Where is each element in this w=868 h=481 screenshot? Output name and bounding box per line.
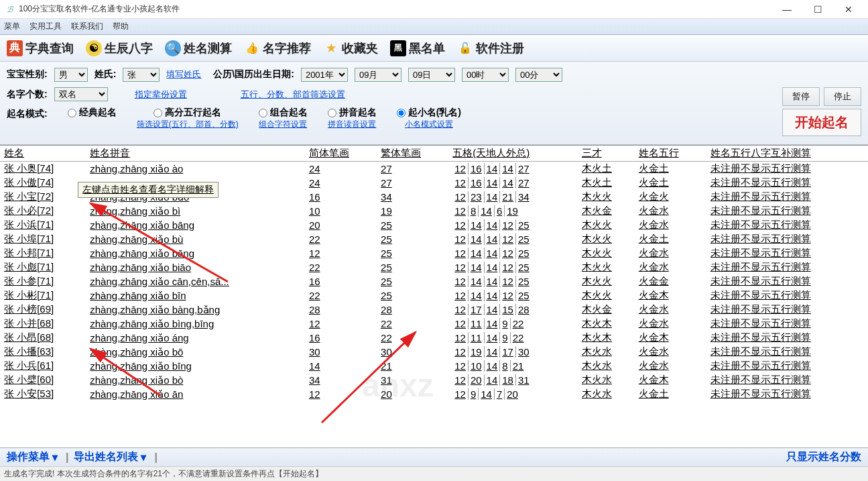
col-simp[interactable]: 简体笔画 bbox=[305, 146, 377, 162]
col-wuge[interactable]: 五格(天地人外总) bbox=[448, 146, 578, 162]
thumb-icon: 👍 bbox=[244, 40, 260, 56]
table-row[interactable]: 张 小檗[60]zhàng,zhāng xiǎo bò3431122014183… bbox=[0, 373, 868, 387]
cell-name[interactable]: 张 小傲[74] bbox=[0, 176, 86, 190]
minute-select[interactable]: 00分 bbox=[515, 68, 562, 82]
cell-name[interactable]: 张 小奥[74] bbox=[0, 162, 86, 176]
cell-name[interactable]: 张 小宝[72] bbox=[0, 190, 86, 204]
cell-name[interactable]: 张 小浜[71] bbox=[0, 218, 86, 232]
cell-name[interactable]: 张 小参[71] bbox=[0, 274, 86, 288]
gender-select[interactable]: 男 bbox=[54, 68, 88, 82]
tool-reg[interactable]: 🔓软件注册 bbox=[457, 40, 524, 56]
action-buttons: 暂停 停止 开始起名 bbox=[782, 87, 861, 136]
cell-name[interactable]: 张 小安[53] bbox=[0, 387, 86, 401]
tool-bazi[interactable]: ☯生辰八字 bbox=[86, 40, 153, 56]
col-pinyin[interactable]: 姓名拼音 bbox=[86, 146, 305, 162]
count-label: 名字个数: bbox=[7, 89, 48, 101]
table-row[interactable]: 张 小安[53]zhàng,zhāng xiǎo ān122012914720木… bbox=[0, 387, 868, 401]
cell-name[interactable]: 张 小彬[71] bbox=[0, 288, 86, 303]
cell-name[interactable]: 张 小必[72] bbox=[0, 204, 86, 218]
cell-name[interactable]: 张 小檗[60] bbox=[0, 373, 86, 387]
bei-link[interactable]: 指定辈份设置 bbox=[135, 89, 187, 101]
table-row[interactable]: 张 小昂[68]zhàng,zhāng xiǎo áng162212111492… bbox=[0, 331, 868, 345]
col-sancai[interactable]: 三才 bbox=[578, 146, 635, 162]
cell-pinyin: zhàng,zhāng xiǎo bàng,bǎng bbox=[86, 303, 305, 317]
day-select[interactable]: 09日 bbox=[408, 68, 455, 82]
table-row[interactable]: 张 小邦[71]zhàng,zhāng xiǎo bāng12251214141… bbox=[0, 246, 868, 260]
mode-nick[interactable]: 起小名(乳名) bbox=[397, 107, 461, 119]
menu-tools[interactable]: 实用工具 bbox=[29, 21, 62, 32]
cell-simp: 12 bbox=[305, 246, 377, 260]
menu-main[interactable]: 菜单 bbox=[4, 21, 20, 32]
month-select[interactable]: 09月 bbox=[355, 68, 401, 82]
surname-edit-link[interactable]: 填写姓氏 bbox=[166, 68, 201, 81]
cell-name[interactable]: 张 小埠[71] bbox=[0, 232, 86, 246]
table-row[interactable]: 张 小兵[61]zhàng,zhāng xiǎo bīng14211210148… bbox=[0, 359, 868, 373]
cell-wuge: 1216141427 bbox=[448, 176, 578, 190]
col-comp[interactable]: 姓名五行八字互补测算 bbox=[706, 146, 868, 162]
mode-pinyin[interactable]: 拼音起名 bbox=[328, 107, 377, 119]
cell-wuxing: 火金金 bbox=[635, 274, 706, 288]
pause-button[interactable]: 暂停 bbox=[782, 87, 820, 106]
close-button[interactable]: ✕ bbox=[833, 0, 864, 19]
menubar: 菜单 实用工具 联系我们 帮助 bbox=[0, 19, 868, 35]
menu-contact[interactable]: 联系我们 bbox=[71, 21, 103, 32]
year-select[interactable]: 2001年 bbox=[301, 68, 348, 82]
tool-dict[interactable]: 典字典查询 bbox=[7, 40, 74, 56]
cell-wuxing: 火金水 bbox=[635, 317, 706, 331]
cell-name[interactable]: 张 小播[63] bbox=[0, 345, 86, 359]
maximize-button[interactable]: ☐ bbox=[802, 0, 833, 19]
mode-nick-sub[interactable]: 小名模式设置 bbox=[405, 119, 453, 130]
cell-pinyin: zhàng,zhāng xiǎo cān,cēn,sā... bbox=[86, 274, 305, 288]
show-scores-only[interactable]: 只显示姓名分数 bbox=[786, 450, 861, 464]
start-button[interactable]: 开始起名 bbox=[782, 109, 861, 136]
cell-name[interactable]: 张 小昂[68] bbox=[0, 331, 86, 345]
mode-pinyin-sub[interactable]: 拼音读音设置 bbox=[328, 119, 376, 130]
filter-link[interactable]: 五行、分数、部首筛选设置 bbox=[241, 89, 345, 101]
table-row[interactable]: 张 小参[71]zhàng,zhāng xiǎo cān,cēn,sā...16… bbox=[0, 274, 868, 288]
mode-classic[interactable]: 经典起名 bbox=[68, 107, 117, 119]
cell-name[interactable]: 张 小兵[61] bbox=[0, 359, 86, 373]
hour-select[interactable]: 00时 bbox=[462, 68, 509, 82]
table-row[interactable]: 张 小榜[69]zhàng,zhāng xiǎo bàng,bǎng282812… bbox=[0, 303, 868, 317]
col-trad[interactable]: 繁体笔画 bbox=[377, 146, 448, 162]
tool-fav[interactable]: ★收藏夹 bbox=[323, 40, 378, 56]
table-row[interactable]: 张 小并[68]zhàng,zhāng xiǎo bìng,bīng122212… bbox=[0, 317, 868, 331]
table-row[interactable]: 张 小必[72]zhàng,zhāng xiǎo bì101912814619木… bbox=[0, 204, 868, 218]
stop-button[interactable]: 停止 bbox=[824, 87, 861, 106]
cell-sancai: 木火金 bbox=[578, 204, 635, 218]
cell-wuge: 1220141831 bbox=[448, 373, 578, 387]
cell-wuge: 1214141225 bbox=[448, 274, 578, 288]
table-row[interactable]: 张 小彬[71]zhàng,zhāng xiǎo bīn222512141412… bbox=[0, 288, 868, 303]
table-row[interactable]: 张 小彪[71]zhàng,zhāng xiǎo biāo22251214141… bbox=[0, 260, 868, 274]
mode-high-sub[interactable]: 筛选设置(五行、部首、分数) bbox=[137, 119, 239, 130]
cell-name[interactable]: 张 小并[68] bbox=[0, 317, 86, 331]
cell-wuge: 121114922 bbox=[448, 331, 578, 345]
cell-comp: 未注册不显示五行测算 bbox=[706, 274, 868, 288]
col-wuxing[interactable]: 姓名五行 bbox=[635, 146, 706, 162]
table-row[interactable]: 张 小埠[71]zhàng,zhāng xiǎo bù2225121414122… bbox=[0, 232, 868, 246]
cell-trad: 20 bbox=[377, 387, 448, 401]
cell-name[interactable]: 张 小榜[69] bbox=[0, 303, 86, 317]
mode-combo[interactable]: 组合起名 bbox=[259, 107, 308, 119]
cell-trad: 25 bbox=[377, 246, 448, 260]
export-list[interactable]: 导出姓名列表 bbox=[74, 450, 138, 464]
cell-sancai: 木火火 bbox=[578, 260, 635, 274]
table-row[interactable]: 张 小播[63]zhàng,zhāng xiǎo bō3030121914173… bbox=[0, 345, 868, 359]
minimize-button[interactable]: — bbox=[771, 0, 802, 19]
cell-name[interactable]: 张 小彪[71] bbox=[0, 260, 86, 274]
mode-combo-sub[interactable]: 组合字符设置 bbox=[259, 119, 307, 130]
mode-high[interactable]: 高分五行起名 bbox=[153, 107, 221, 119]
tool-cesuan[interactable]: 🔍姓名测算 bbox=[165, 40, 232, 56]
tool-blacklist[interactable]: 黑黑名单 bbox=[390, 40, 445, 56]
cell-name[interactable]: 张 小邦[71] bbox=[0, 246, 86, 260]
table-row[interactable]: 张 小奥[74]zhàng,zhāng xiǎo ào2427121614142… bbox=[0, 162, 868, 176]
tool-tuijian[interactable]: 👍名字推荐 bbox=[244, 40, 311, 56]
col-name[interactable]: 姓名 bbox=[0, 146, 86, 162]
cell-trad: 25 bbox=[377, 218, 448, 232]
menu-help[interactable]: 帮助 bbox=[113, 21, 129, 32]
cell-wuge: 121114922 bbox=[448, 317, 578, 331]
table-row[interactable]: 张 小浜[71]zhàng,zhāng xiǎo bāng20251214141… bbox=[0, 218, 868, 232]
surname-select[interactable]: 张 bbox=[123, 68, 160, 82]
op-menu[interactable]: 操作菜单 bbox=[7, 450, 50, 464]
count-select[interactable]: 双名 bbox=[54, 87, 108, 101]
